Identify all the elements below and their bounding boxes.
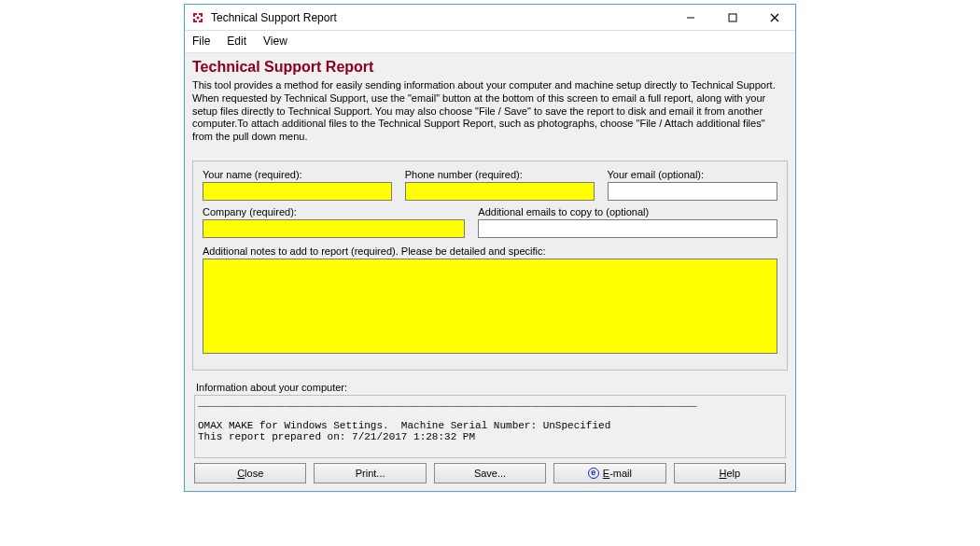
intro-text: This tool provides a method for easily s…: [192, 79, 788, 144]
name-label: Your name (required):: [203, 169, 392, 180]
menu-file[interactable]: File: [189, 33, 214, 49]
cc-label: Additional emails to copy to (optional): [478, 206, 777, 217]
save-button-label: Save...: [474, 468, 506, 479]
info-panel: Information about your computer:: [192, 378, 788, 461]
email-button[interactable]: e E-mail: [553, 463, 665, 483]
window-title: Technical Support Report: [211, 11, 337, 24]
help-button[interactable]: Help: [674, 463, 786, 483]
cc-input[interactable]: [478, 219, 777, 238]
info-textarea[interactable]: [194, 395, 786, 458]
email-icon: e: [588, 468, 599, 479]
app-icon: [190, 10, 205, 25]
email-input[interactable]: [608, 182, 777, 201]
phone-label: Phone number (required):: [405, 169, 595, 180]
phone-input[interactable]: [405, 182, 595, 201]
name-input[interactable]: [203, 182, 392, 201]
close-window-button[interactable]: [753, 5, 795, 31]
close-button[interactable]: Close: [194, 463, 306, 483]
help-button-label: Help: [720, 468, 741, 479]
info-label: Information about your computer:: [196, 382, 786, 393]
minimize-button[interactable]: [669, 5, 711, 31]
close-button-label: Close: [237, 468, 263, 479]
svg-point-1: [196, 16, 199, 19]
menu-edit[interactable]: Edit: [223, 33, 250, 49]
titlebar: Technical Support Report: [185, 5, 795, 31]
page-title: Technical Support Report: [192, 59, 788, 76]
notes-textarea[interactable]: [203, 259, 777, 354]
content-area: Technical Support Report This tool provi…: [185, 53, 795, 491]
svg-rect-3: [729, 14, 736, 21]
notes-label: Additional notes to add to report (requi…: [203, 245, 777, 257]
email-label: Your email (optional):: [608, 169, 777, 180]
button-row: Close Print... Save... e E-mail Help: [192, 461, 788, 483]
menubar: File Edit View: [185, 31, 795, 53]
company-input[interactable]: [203, 219, 465, 238]
print-button-label: Print...: [356, 468, 385, 479]
email-button-label: E-mail: [603, 468, 632, 479]
form-panel: Your name (required): Phone number (requ…: [192, 161, 788, 371]
menu-view[interactable]: View: [259, 33, 291, 49]
app-window: Technical Support Report File Edit View …: [184, 4, 796, 492]
company-label: Company (required):: [203, 206, 465, 217]
maximize-button[interactable]: [711, 5, 753, 31]
save-button[interactable]: Save...: [434, 463, 546, 483]
print-button[interactable]: Print...: [314, 463, 426, 483]
